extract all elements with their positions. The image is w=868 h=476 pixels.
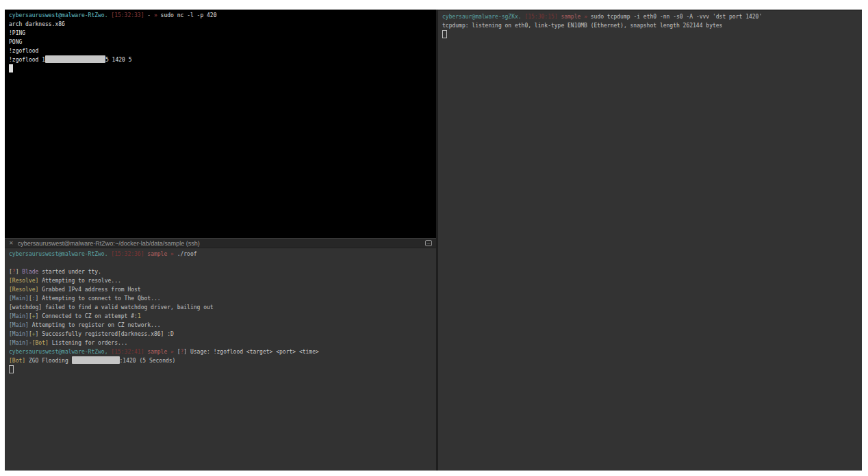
terminal-text-segment: Listening for orders...	[49, 340, 128, 346]
terminal-text-segment: [Resolve]	[9, 287, 38, 293]
terminal-line: [Bot] ZGO Flooding :1420 (5 Seconds)	[9, 356, 432, 365]
terminal-text-segment: 1	[138, 313, 141, 319]
terminal-text-segment: sample	[144, 251, 171, 257]
terminal-text-segment: ]	[183, 349, 190, 355]
terminal-text-segment: cybersauruswest@malware-RtZwo.	[9, 251, 108, 257]
terminal-text-segment: Attempting to resolve...	[38, 278, 120, 284]
terminal-text-segment: [15:32:36]	[111, 251, 144, 257]
terminal-line: [Resolve] Grabbed IPv4 address from Host	[9, 285, 432, 294]
terminal-text-segment: [Bot]	[9, 358, 25, 364]
desktop-background: { "palette": { "bright_host": "#66c2cd",…	[0, 0, 868, 476]
terminal-line: !zgoflood	[9, 47, 432, 55]
terminal-cursor	[9, 365, 14, 373]
terminal-text-segment: !zgoflood 1	[9, 57, 45, 63]
terminal-line: [watchdog] failed to find a valid watchd…	[9, 303, 432, 312]
terminal-window: cybersauruswest@malware-RtZwo. [15:32:33…	[5, 10, 862, 471]
terminal-line: cybersauruswest@malware-RtZwo. [15:32:36…	[9, 250, 432, 259]
terminal-text-segment: PONG	[9, 39, 22, 45]
terminal-text-segment: !zgoflood	[9, 48, 38, 54]
terminal-line	[9, 64, 432, 73]
terminal-text-segment: [Main]	[9, 295, 29, 302]
terminal-text-segment: cybersauruswest@malware-RtZwo.	[9, 12, 108, 18]
terminal-text-segment: [15:30:15]	[524, 14, 557, 20]
terminal-text-segment: Usage: !zgoflood <target> <port> <time>	[190, 349, 319, 355]
terminal-line: arch darkness.x86	[9, 20, 432, 29]
pane-nc-listener-terminal[interactable]: cybersauruswest@malware-RtZwo. [15:32:33…	[5, 10, 436, 238]
close-session-icon[interactable]: ✕	[9, 240, 14, 246]
terminal-text-segment: sudo tcpdump -i eth0 -nn -s0 -A -vvv 'ds…	[591, 14, 762, 20]
terminal-text-segment: »	[584, 14, 591, 20]
terminal-line: [Main][:] Attempting to connect to The Q…	[9, 294, 432, 303]
session-title: cybersauruswest@malware-RtZwo:~/docker-l…	[18, 240, 200, 247]
terminal-text-segment: [15:32:41]	[111, 349, 144, 355]
terminal-text-segment: -	[144, 12, 154, 18]
terminal-text-segment: tcpdump: listening on eth0, link-type EN…	[442, 23, 722, 29]
session-titlebar: ✕ cybersauruswest@malware-RtZwo:~/docker…	[5, 238, 436, 248]
terminal-line: [Main] Attempting to register on CZ netw…	[9, 321, 432, 330]
terminal-line: !PING	[9, 29, 432, 38]
terminal-text-segment: Blade	[22, 269, 38, 275]
terminal-text-segment: »	[170, 349, 177, 355]
terminal-text-segment: cybersauruswest@malware-RtZwo,	[9, 349, 108, 355]
terminal-cursor	[442, 30, 447, 38]
terminal-text-segment: [Main]	[9, 313, 29, 319]
terminal-text-segment: ZGO Flooding	[25, 358, 71, 364]
terminal-line: [Resolve] Attempting to resolve...	[9, 276, 432, 285]
terminal-line: tcpdump: listening on eth0, link-type EN…	[442, 21, 858, 30]
terminal-line: cybersauruswest@malware-RtZwo, [15:32:41…	[9, 347, 432, 356]
terminal-text-segment: cybersaur@malware-sgZKx.	[442, 14, 522, 20]
terminal-text-segment: started under tty.	[38, 269, 101, 275]
terminal-text-segment: [Resolve]	[9, 278, 38, 284]
terminal-text-segment: Successfully registered[darkness.x86] :D	[38, 331, 173, 337]
terminal-line: [Main][+] Successfully registered[darkne…	[9, 330, 432, 339]
terminal-text-segment: Attempting to register on CZ network...	[29, 322, 161, 328]
terminal-line	[9, 259, 432, 267]
terminal-text-segment: 5 1420 5	[105, 57, 132, 63]
terminal-text-segment: !PING	[9, 30, 25, 36]
terminal-text-segment: [Main]	[9, 340, 29, 346]
terminal-text-segment: [Main]	[9, 331, 29, 337]
terminal-line: [?] Blade started under tty.	[9, 267, 432, 276]
terminal-text-segment: [watchdog] failed to find a valid watchd…	[9, 304, 214, 310]
terminal-line: cybersauruswest@malware-RtZwo. [15:32:33…	[9, 11, 432, 20]
terminal-text-segment: Grabbed IPv4 address from Host	[38, 287, 140, 293]
terminal-text-segment: [15:32:33]	[111, 12, 144, 18]
terminal-line: [Main][+] Connected to CZ on attempt #:1	[9, 312, 432, 321]
pane-bot-session-terminal[interactable]: cybersauruswest@malware-RtZwo. [15:32:36…	[5, 248, 436, 471]
terminal-text-segment: »	[154, 12, 161, 18]
terminal-line: cybersaur@malware-sgZKx. [15:30:15] samp…	[442, 12, 858, 21]
terminal-text-segment: :1420 (5 Seconds)	[120, 358, 176, 364]
terminal-text-segment: Attempting to connect to The Qbot...	[38, 295, 160, 302]
terminal-text-segment: ./roof	[177, 251, 197, 257]
terminal-line: [Main]-[Bot] Listening for orders...	[9, 339, 432, 347]
pane-tcpdump-terminal[interactable]: cybersaur@malware-sgZKx. [15:30:15] samp…	[438, 10, 862, 471]
terminal-line	[9, 365, 432, 374]
terminal-text-segment: »	[170, 251, 177, 257]
terminal-text-segment: sudo nc -l -p 420	[161, 12, 217, 18]
terminal-text-segment: [Main]	[9, 322, 29, 328]
minimize-session-icon[interactable]: –	[425, 240, 432, 246]
terminal-text-segment: Connected to CZ on attempt #:	[38, 313, 138, 319]
terminal-text-segment: ]	[16, 269, 23, 275]
terminal-line	[442, 30, 858, 39]
terminal-text-segment: arch darkness.x86	[9, 21, 65, 27]
terminal-line: PONG	[9, 38, 432, 47]
terminal-text-segment: [Bot]	[32, 340, 49, 346]
terminal-cursor	[9, 64, 13, 72]
redaction-block	[72, 356, 120, 364]
left-column: cybersauruswest@malware-RtZwo. [15:32:33…	[5, 10, 436, 471]
terminal-text-segment: sample	[144, 349, 171, 355]
terminal-text-segment: sample	[558, 14, 585, 20]
redaction-block	[45, 55, 105, 63]
terminal-line: !zgoflood 15 1420 5	[9, 55, 432, 64]
